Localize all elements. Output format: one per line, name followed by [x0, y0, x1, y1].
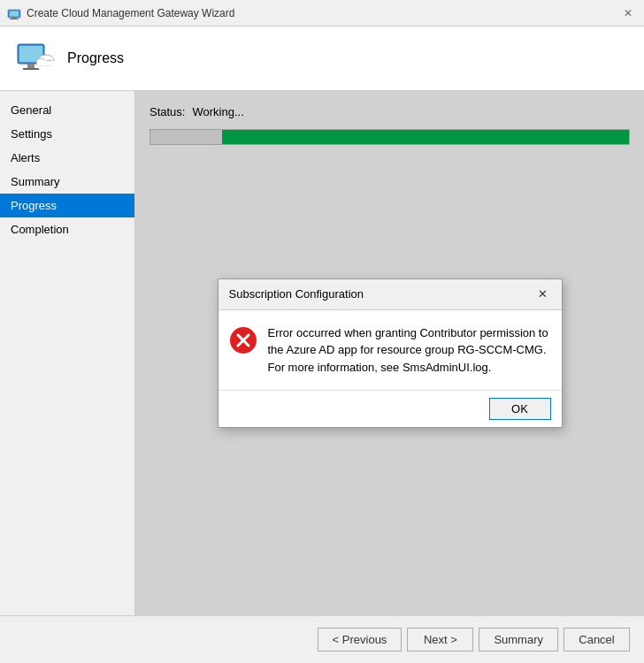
sidebar-item-progress[interactable]: Progress	[0, 194, 134, 217]
dialog-overlay: Subscription Configuration ✕ Error occur…	[135, 91, 644, 615]
error-icon	[229, 326, 257, 354]
dialog-box: Subscription Configuration ✕ Error occur…	[218, 278, 563, 429]
sidebar-item-completion[interactable]: Completion	[0, 217, 134, 241]
sidebar-item-general[interactable]: General	[0, 98, 134, 122]
dialog-title-bar: Subscription Configuration ✕	[218, 279, 562, 310]
svg-rect-1	[10, 11, 19, 16]
dialog-body: Error occurred when granting Contributor…	[218, 310, 562, 391]
sidebar: General Settings Alerts Summary Progress…	[0, 91, 135, 615]
sidebar-item-summary[interactable]: Summary	[0, 170, 134, 194]
header-title: Progress	[67, 50, 124, 66]
summary-button[interactable]: Summary	[479, 628, 558, 652]
header-icon	[14, 37, 57, 80]
dialog-title: Subscription Configuration	[229, 287, 364, 301]
sidebar-item-alerts[interactable]: Alerts	[0, 146, 134, 170]
cancel-button[interactable]: Cancel	[564, 628, 630, 652]
title-bar: Create Cloud Management Gateway Wizard ✕	[0, 0, 644, 27]
svg-rect-11	[37, 61, 54, 65]
wizard-window: Progress General Settings Alerts Summary…	[0, 27, 644, 663]
ok-button[interactable]: OK	[489, 398, 551, 420]
title-bar-text: Create Cloud Management Gateway Wizard	[27, 7, 234, 19]
wizard-footer: < Previous Next > Summary Cancel	[0, 615, 644, 663]
wizard-body: General Settings Alerts Summary Progress…	[0, 91, 644, 615]
content-area: Status: Working... Subscription Configur…	[135, 91, 644, 615]
wizard-header: Progress	[0, 27, 644, 91]
svg-rect-7	[23, 68, 39, 70]
svg-rect-3	[10, 19, 19, 19]
sidebar-item-settings[interactable]: Settings	[0, 122, 134, 146]
svg-rect-6	[27, 64, 34, 68]
window-close-button[interactable]: ✕	[619, 4, 637, 22]
wizard-icon	[7, 6, 21, 20]
next-button[interactable]: Next >	[407, 628, 473, 652]
dialog-close-button[interactable]: ✕	[535, 286, 551, 302]
previous-button[interactable]: < Previous	[318, 628, 402, 652]
error-message: Error occurred when granting Contributor…	[268, 324, 551, 377]
dialog-footer: OK	[218, 390, 562, 427]
